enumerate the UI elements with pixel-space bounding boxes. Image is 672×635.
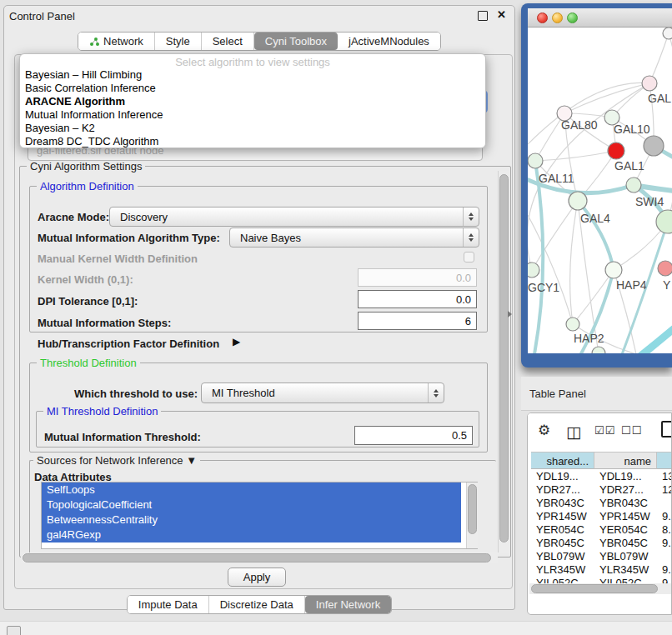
algorithm-dropdown-item[interactable]: Dream8 DC_TDC Algorithm <box>20 135 485 148</box>
tab-network-label: Network <box>103 35 143 48</box>
table-cell: YDR27... <box>594 483 657 497</box>
network-node[interactable] <box>663 28 672 39</box>
table-column-header[interactable]: shared... <box>531 452 594 469</box>
table-row[interactable]: YLR345WYLR345W9. <box>531 563 672 577</box>
hub-definition-label[interactable]: Hub/Transcription Factor Definition <box>38 338 219 350</box>
mi-threshold-definition-legend: MI Threshold Definition <box>43 405 161 418</box>
aracne-mode-combobox[interactable]: Discovery <box>109 207 479 227</box>
data-attribute-item[interactable]: SelfLoops <box>42 482 461 498</box>
tab-style[interactable]: Style <box>155 32 202 50</box>
deselect-all-checkboxes-icon[interactable]: ☐☐ <box>621 424 642 437</box>
cyni-algorithm-settings-legend: Cyni Algorithm Settings <box>27 160 145 172</box>
close-window-icon[interactable]: ✕ <box>497 8 506 21</box>
mi-algorithm-type-label: Mutual Information Algorithm Type: <box>38 232 220 244</box>
network-node-gcy1[interactable] <box>528 262 539 278</box>
settings-vertical-scrollbar-thumb[interactable] <box>499 174 509 542</box>
control-panel-tab-row: Network Style Select Cyni Toolbox jActiv… <box>4 32 514 51</box>
columns-icon[interactable]: ◫ <box>566 422 581 442</box>
combo-stepper-icon[interactable] <box>463 208 479 226</box>
network-node[interactable] <box>644 136 664 156</box>
settings-vertical-scrollbar[interactable] <box>498 171 509 552</box>
node-label: Y <box>663 278 671 292</box>
aracne-mode-label: Aracne Mode: <box>38 211 109 223</box>
node-label: SWI4 <box>635 195 664 208</box>
tab-discretize-data[interactable]: Discretize Data <box>209 596 305 613</box>
algorithm-dropdown-item[interactable]: Bayesian – K2 <box>20 122 485 135</box>
attributes-vertical-scrollbar[interactable] <box>466 482 478 548</box>
table-panel-window: ⚙ ◫ ☑☑ ☐☐ shared...nameA YDL19...YDL19..… <box>527 412 672 615</box>
network-node-gal11[interactable] <box>528 153 543 168</box>
network-window-titlebar[interactable] <box>528 8 672 28</box>
network-node-hap2[interactable] <box>566 318 579 331</box>
table-row[interactable]: YBR045CYBR045C9. <box>531 537 672 550</box>
network-node-gal1[interactable] <box>608 142 624 159</box>
which-threshold-label: Which threshold to use: <box>74 388 198 400</box>
kernel-width-field[interactable]: 0.0 <box>358 268 477 287</box>
table-row[interactable]: YBR043CYBR043C <box>531 497 672 510</box>
table-row[interactable]: YDR27...YDR27...12 <box>531 483 672 497</box>
hub-expand-arrow-icon[interactable]: ▶ <box>233 336 240 348</box>
tab-jactivemnodules[interactable]: jActiveMNodules <box>338 32 440 50</box>
mi-steps-field[interactable]: 6 <box>358 312 477 330</box>
export-table-icon[interactable] <box>661 421 672 438</box>
sources-collapse-arrow-icon[interactable]: ▼ <box>186 454 197 467</box>
dpi-tolerance-field[interactable]: 0.0 <box>358 290 477 308</box>
algorithm-dropdown-item[interactable]: Bayesian – Hill Climbing <box>20 68 485 82</box>
mi-algorithm-type-combobox[interactable]: Naive Bayes <box>229 228 479 248</box>
select-all-checkboxes-icon[interactable]: ☑☑ <box>594 424 615 437</box>
table-column-header[interactable]: A <box>657 452 672 469</box>
table-header-row: shared...nameA <box>531 452 672 469</box>
mi-threshold-field[interactable]: 0.5 <box>354 426 473 445</box>
data-attribute-item[interactable]: TopologicalCoefficient <box>42 498 461 512</box>
minimize-traffic-light-icon[interactable] <box>552 12 563 23</box>
zoom-traffic-light-icon[interactable] <box>567 12 578 23</box>
node-label: GAL11 <box>539 172 574 185</box>
network-node-swi4[interactable] <box>626 178 641 192</box>
apply-button[interactable]: Apply <box>228 568 286 587</box>
table-row[interactable]: YBL079WYBL079W <box>531 550 672 563</box>
data-attributes-list[interactable]: SelfLoopsTopologicalCoefficientBetweenne… <box>41 482 478 549</box>
combo-stepper-icon[interactable] <box>463 228 479 247</box>
tab-cyni-toolbox[interactable]: Cyni Toolbox <box>254 32 338 50</box>
close-traffic-light-icon[interactable] <box>537 12 548 23</box>
algorithm-dropdown-item[interactable]: ARACNE Algorithm <box>20 95 485 108</box>
mi-algorithm-type-value: Naive Bayes <box>240 232 301 244</box>
gear-icon[interactable]: ⚙ <box>538 422 550 439</box>
settings-horizontal-scrollbar[interactable] <box>21 552 498 563</box>
panel-corner-button[interactable] <box>7 626 21 635</box>
which-threshold-combobox[interactable]: MI Threshold <box>201 382 444 403</box>
table-row[interactable]: YDL19...YDL19...13 <box>531 470 672 483</box>
network-node-gal4[interactable] <box>569 192 587 210</box>
data-attribute-item[interactable]: gal4RGexp <box>42 528 461 542</box>
network-node-y[interactable] <box>658 261 672 276</box>
network-node[interactable] <box>592 347 605 353</box>
table-column-header[interactable]: name <box>594 452 657 469</box>
algorithm-dropdown-items: Bayesian – Hill ClimbingBasic Correlatio… <box>20 68 485 148</box>
table-horizontal-scrollbar[interactable] <box>529 583 671 594</box>
data-attribute-item[interactable]: BetweennessCentrality <box>42 512 461 528</box>
table-row[interactable]: YPR145WYPR145W9. <box>531 510 672 523</box>
tab-network[interactable]: Network <box>78 32 155 50</box>
tab-select[interactable]: Select <box>202 32 254 50</box>
algorithm-dropdown-item[interactable]: Basic Correlation Inference <box>20 82 485 95</box>
split-pane-arrow-icon[interactable] <box>508 311 512 318</box>
table-cell: YBL079W <box>594 550 657 563</box>
table-cell: YBR043C <box>594 497 657 510</box>
bottom-tab-row: Impute Data Discretize Data Infer Networ… <box>4 595 514 614</box>
table-cell: YDL19... <box>594 470 657 483</box>
network-node-hap4[interactable] <box>605 262 622 278</box>
network-canvas[interactable]: GALGAL80GAL10GAL1GAL11SWI4GAL4GCY1HAP4YH… <box>528 28 672 353</box>
tab-infer-network[interactable]: Infer Network <box>305 596 391 613</box>
table-cell: YER054C <box>531 523 594 537</box>
network-node-gal[interactable] <box>642 76 657 91</box>
control-panel-window: Control Panel ✕ Network Style Select Cyn… <box>3 5 515 610</box>
combo-stepper-icon[interactable] <box>428 383 444 402</box>
table-cell: YDL19... <box>531 470 594 483</box>
manual-kernel-width-checkbox[interactable] <box>464 252 474 262</box>
tab-impute-data[interactable]: Impute Data <box>128 596 209 613</box>
table-cell: 8. <box>657 523 672 537</box>
algorithm-dropdown-item[interactable]: Mutual Information Inference <box>20 108 485 122</box>
network-node[interactable] <box>656 210 672 233</box>
table-row[interactable]: YER054CYER054C8. <box>531 523 672 537</box>
float-window-icon[interactable] <box>478 11 488 21</box>
